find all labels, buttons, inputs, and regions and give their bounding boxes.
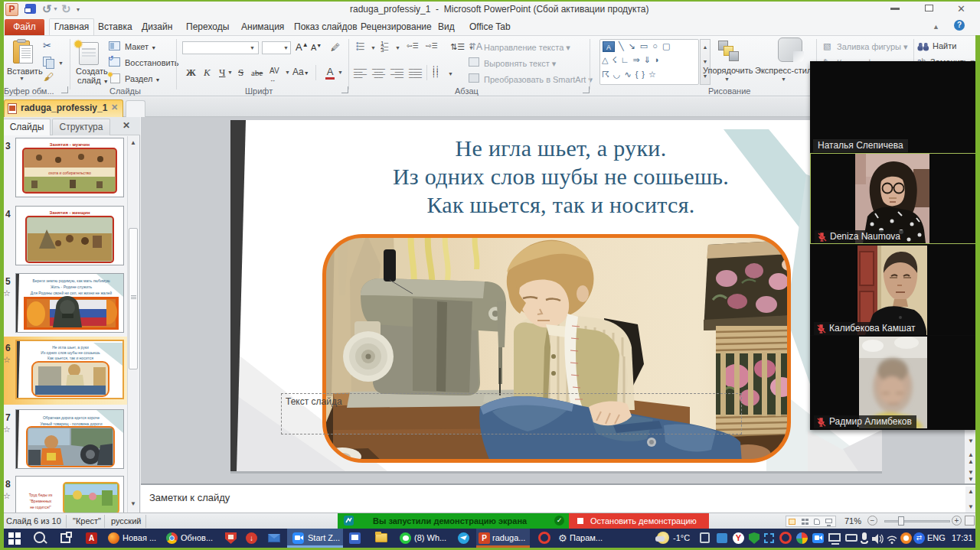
svg-text:Умный товарищ - половина дорог: Умный товарищ - половина дороги [41,421,103,426]
svg-text:Занятия - мужчин: Занятия - мужчин [50,142,90,147]
svg-text:Обратная дорога едется короче: Обратная дорога едется короче [43,415,100,420]
svg-text:Труд беды из: Труд беды из [29,493,53,497]
svg-text:охота и собирательство: охота и собирательство [48,171,91,175]
svg-text:"Временных: "Временных [30,499,52,503]
svg-text:Жить - Родине служить: Жить - Родине служить [51,285,93,289]
svg-text:Не игла шьет, а руки: Не игла шьет, а руки [52,345,89,350]
svg-text:Как шьется, так и носится: Как шьется, так и носится [47,356,93,360]
svg-text:не годится!": не годится!" [30,505,51,509]
svg-text:Из одних слов шубы не сошьешь: Из одних слов шубы не сошьешь [41,350,100,355]
svg-text:Береги землю родимую, как мать: Береги землю родимую, как мать любимую [33,278,110,283]
svg-text:Занятия - женщин: Занятия - женщин [49,210,90,215]
svg-text:Для Родины своей ни сил, ни жи: Для Родины своей ни сил, ни жизни не жал… [31,291,112,295]
